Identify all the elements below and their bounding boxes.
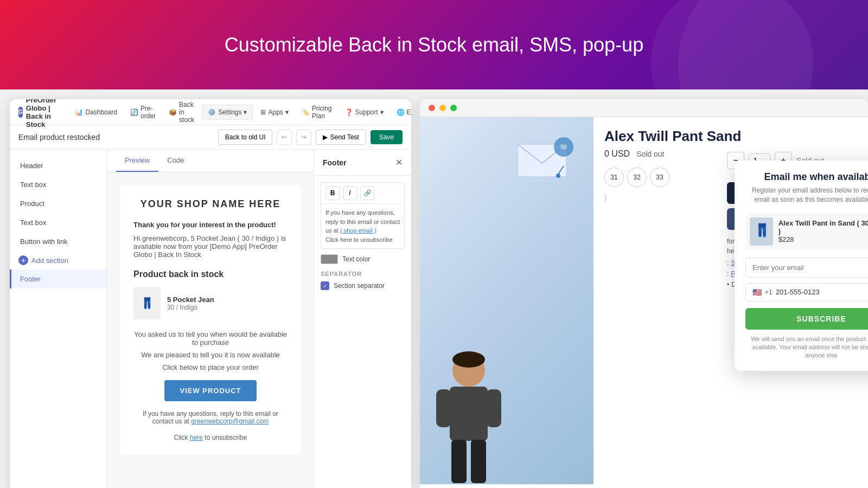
apps-chevron-icon: ▾	[285, 108, 289, 116]
email-section-title: Product back in stock	[133, 269, 288, 279]
nav-apps[interactable]: ⊞ Apps ▾	[255, 105, 293, 119]
right-panel: ✉	[420, 99, 868, 488]
email-footer-text2: Click here to unsubscribe	[133, 434, 288, 441]
close-panel-button[interactable]: ✕	[395, 157, 403, 168]
email-input[interactable]	[745, 258, 868, 278]
settings-icon: ⚙️	[208, 108, 216, 116]
app-nav: G PreOrder Globo | Back in Stock 📊 Dashb…	[10, 99, 411, 125]
nav-language[interactable]: 🌐 English ▾	[391, 105, 411, 119]
italic-button[interactable]: I	[343, 186, 357, 200]
footer-edit-panel: Footer ✕ B I 🔗 If you have any questions…	[314, 150, 411, 488]
app-logo-icon: G	[18, 107, 23, 118]
view-product-button[interactable]: VIEW PRODUCT	[164, 380, 256, 401]
panel-header: Footer ✕	[314, 150, 411, 176]
svg-point-6	[452, 351, 485, 368]
nav-preorder[interactable]: 🔄 Pre-order	[125, 101, 161, 123]
left-panel: G PreOrder Globo | Back in Stock 📊 Dashb…	[10, 99, 411, 488]
dashboard-icon: 📊	[75, 108, 83, 116]
email-shop-name: YOUR SHOP NAME HERE	[133, 198, 288, 210]
size-32-button[interactable]: 32	[627, 168, 647, 187]
add-section-button[interactable]: + Add section	[10, 251, 107, 269]
sold-out-badge: Sold out	[636, 150, 664, 158]
preorder-icon: 🔄	[130, 108, 138, 116]
popup-disclaimer: We will send you an email once the produ…	[745, 335, 868, 360]
email-preview-body: YOUR SHOP NAME HERE Thank you for your i…	[120, 185, 301, 454]
sidebar-item-textbox2[interactable]: Text box	[10, 213, 107, 232]
country-flag: 🇺🇸	[752, 288, 762, 297]
nav-pricing[interactable]: 🏷️ Pricing Plan	[296, 101, 337, 123]
editor-toolbar: Email product restocked Back to old UI ↩…	[10, 125, 411, 150]
email-cta: VIEW PRODUCT	[133, 380, 288, 401]
email-product-name: 5 Pocket Jean	[167, 296, 214, 304]
sections-sidebar: Header Text box Product Text box Button …	[10, 150, 107, 488]
editor-title: Email product restocked	[18, 133, 214, 142]
phone-number: 201-555-0123	[776, 288, 820, 296]
separator-section: SEPARATOR ✓ Section separator	[321, 271, 405, 290]
text-color-swatch[interactable]	[321, 254, 338, 264]
undo-button[interactable]: ↩	[277, 130, 292, 145]
nav-back-in-stock[interactable]: 📦 Back in stock	[163, 99, 200, 127]
sidebar-item-button-with-link[interactable]: Button with link	[10, 232, 107, 251]
size-31-button[interactable]: 31	[604, 168, 624, 187]
person-illustration	[425, 343, 512, 484]
phone-input-row: 🇺🇸 +1 201-555-0123	[745, 283, 868, 301]
panel-body: B I 🔗 If you have any questions, reply t…	[314, 176, 411, 488]
support-chevron-icon: ▾	[380, 108, 384, 116]
product-price: 0 USD	[604, 149, 630, 159]
email-product-row: 👖 5 Pocket Jean 30 / Indigo	[133, 287, 288, 319]
svg-rect-10	[451, 440, 467, 483]
save-button[interactable]: Save	[371, 130, 403, 144]
email-hi-text: Hi greenwebcorp, 5 Pocket Jean ( 30 / In…	[133, 234, 288, 259]
app-name: PreOrder Globo | Back in Stock	[26, 99, 63, 129]
email-product-info: 5 Pocket Jean 30 / Indigo	[167, 296, 214, 311]
hero-banner: Customizable Back in Stock email, SMS, p…	[0, 0, 868, 89]
app-logo: G PreOrder Globo | Back in Stock	[18, 99, 63, 129]
play-icon: ▶	[323, 133, 328, 141]
support-icon: ❓	[345, 108, 353, 116]
back-to-old-ui-button[interactable]: Back to old UI	[218, 130, 273, 145]
nav-settings[interactable]: ⚙️ Settings ▾	[202, 105, 253, 120]
send-test-button[interactable]: ▶ Send Test	[316, 130, 366, 145]
sidebar-item-product[interactable]: Product	[10, 194, 107, 213]
tab-preview[interactable]: Preview	[116, 150, 158, 172]
text-color-label: Text color	[342, 255, 370, 263]
pricing-icon: 🏷️	[302, 108, 310, 116]
bold-button[interactable]: B	[326, 186, 340, 200]
format-buttons: B I 🔗	[321, 183, 404, 204]
redo-button[interactable]: ↪	[296, 130, 311, 145]
editor-content-area: Header Text box Product Text box Button …	[10, 150, 411, 488]
nav-dashboard[interactable]: 📊 Dashboard	[69, 105, 123, 119]
footer-text-content[interactable]: If you have any questions, reply to this…	[321, 204, 404, 248]
product-details-area: Alex Twill Pant Sand 0 USD Sold out 31 3…	[593, 117, 868, 484]
separator-label: SEPARATOR	[321, 271, 405, 277]
sidebar-item-textbox1[interactable]: Text box	[10, 175, 107, 194]
link-button[interactable]: 🔗	[360, 186, 374, 200]
add-section-icon: +	[18, 255, 28, 265]
sidebar-item-footer[interactable]: Footer	[10, 269, 107, 288]
text-editor-toolbar: B I 🔗 If you have any questions, reply t…	[321, 182, 405, 249]
email-footer-text1: If you have any questions, reply to this…	[133, 410, 288, 425]
separator-checkbox[interactable]: ✓	[321, 281, 329, 290]
globe-icon: 🌐	[397, 108, 405, 116]
footer-email-link[interactable]: greenwebcorp@gmail.com	[191, 418, 269, 425]
popup-subtitle: Register your email address below to rec…	[745, 186, 868, 204]
email-product-thumbnail: 👖	[133, 287, 161, 319]
subscribe-button[interactable]: SUBSCRIBE	[745, 308, 868, 330]
shop-email-link[interactable]: ( shop email )	[340, 227, 376, 234]
svg-text:✉: ✉	[560, 143, 567, 151]
email-product-variant: 30 / Indigo	[167, 304, 214, 311]
back-in-stock-popup: Email me when available Register your em…	[735, 160, 868, 371]
preview-tabs: Preview Code	[107, 150, 314, 172]
tab-code[interactable]: Code	[158, 150, 193, 172]
nav-support[interactable]: ❓ Support ▾	[340, 105, 389, 119]
sidebar-item-header[interactable]: Header	[10, 156, 107, 175]
email-body3: Click below to place your order	[133, 363, 288, 371]
text-color-row: Text color	[321, 254, 405, 264]
separator-row: ✓ Section separator	[321, 281, 405, 290]
size-33-button[interactable]: 33	[650, 168, 669, 187]
unsubscribe-link[interactable]: here	[190, 434, 203, 441]
email-body2: We are pleased to tell you it is now ava…	[133, 351, 288, 359]
popup-product-info: Alex Twill Pant in Sand ( 30 / Sand ) $2…	[778, 219, 868, 243]
preview-content: YOUR SHOP NAME HERE Thank you for your i…	[107, 172, 314, 488]
hero-title: Customizable Back in Stock email, SMS, p…	[225, 34, 643, 56]
